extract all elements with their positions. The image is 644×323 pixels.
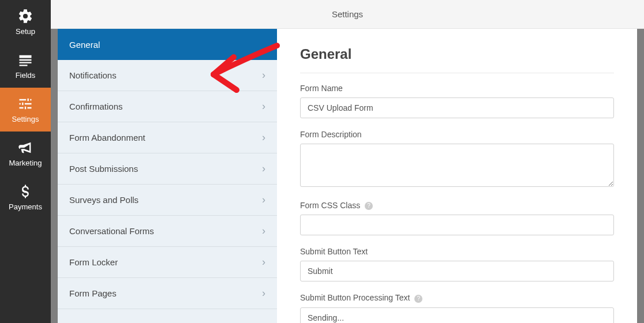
submenu-label: Post Submissions [69,164,138,174]
submenu-label: Confirmations [69,102,123,111]
chevron-right-icon: › [262,163,265,175]
nav-settings[interactable]: Settings [0,88,51,132]
submenu-label: Notifications [69,70,117,80]
submit-button-processing-text-input[interactable] [300,307,614,323]
panel-wrap: General Form Name Form Description Form … [277,29,637,323]
nav-label: Fields [16,71,36,80]
nav-marketing[interactable]: Marketing [0,132,51,175]
nav-setup[interactable]: Setup [0,0,51,44]
dollar-icon [17,183,33,200]
topbar-title: Settings [332,9,363,19]
topbar: Settings [51,0,644,29]
chevron-right-icon: › [262,225,265,237]
gear-icon [17,8,33,24]
chevron-right-icon: › [262,100,265,112]
divider [300,73,614,73]
nav-label: Setup [16,27,35,36]
nav-fields[interactable]: Fields [0,44,51,88]
sliders-icon [17,96,33,112]
submenu-confirmations[interactable]: Confirmations › [58,91,277,122]
nav-label: Marketing [9,159,42,167]
chevron-right-icon: › [262,256,265,268]
settings-submenu: General Notifications › Confirmations › … [58,29,277,323]
submenu-label: Form Locker [69,257,118,267]
field-submit-button-text: Submit Button Text [300,247,614,281]
field-submit-button-processing-text: Submit Button Processing Text ? [300,293,614,323]
submenu-form-locker[interactable]: Form Locker › [58,247,277,278]
form-description-input[interactable] [300,144,614,187]
help-icon[interactable]: ? [414,295,422,303]
field-label-text: Form CSS Class [300,201,360,210]
submenu-form-abandonment[interactable]: Form Abandonment › [58,122,277,153]
list-icon [17,52,33,68]
submenu-general[interactable]: General [58,29,277,60]
field-label-text: Submit Button Processing Text [300,293,410,302]
help-icon[interactable]: ? [365,202,373,210]
form-css-class-input[interactable] [300,215,614,235]
submenu-label: Form Pages [69,288,117,298]
chevron-right-icon: › [262,132,265,144]
bullhorn-icon [17,140,33,156]
nav-rail: Setup Fields Settings Marketing Payments [0,0,51,323]
submenu-surveys-polls[interactable]: Surveys and Polls › [58,185,277,216]
nav-label: Settings [12,115,39,123]
chevron-right-icon: › [262,287,265,299]
submenu-label: Surveys and Polls [69,195,138,205]
submenu-label: Form Abandonment [69,133,145,142]
field-form-name: Form Name [300,84,614,118]
nav-payments[interactable]: Payments [0,175,51,219]
chevron-right-icon: › [262,69,265,81]
settings-panel: General Form Name Form Description Form … [277,29,637,323]
submenu-post-submissions[interactable]: Post Submissions › [58,153,277,185]
submenu-label: General [69,40,100,50]
form-name-input[interactable] [300,97,614,118]
field-label: Submit Button Text [300,247,614,256]
field-form-description: Form Description [300,130,614,189]
submenu-notifications[interactable]: Notifications › [58,60,277,91]
nav-label: Payments [9,202,42,211]
field-form-css-class: Form CSS Class ? [300,201,614,235]
submenu-conversational-forms[interactable]: Conversational Forms › [58,216,277,247]
submenu-label: Conversational Forms [69,226,154,236]
submenu-form-pages[interactable]: Form Pages › [58,278,277,309]
field-label: Form CSS Class ? [300,201,614,210]
panel-heading: General [300,46,614,62]
submit-button-text-input[interactable] [300,261,614,281]
field-label: Form Description [300,130,614,139]
field-label: Form Name [300,84,614,93]
field-label: Submit Button Processing Text ? [300,293,614,302]
chevron-right-icon: › [262,194,265,206]
